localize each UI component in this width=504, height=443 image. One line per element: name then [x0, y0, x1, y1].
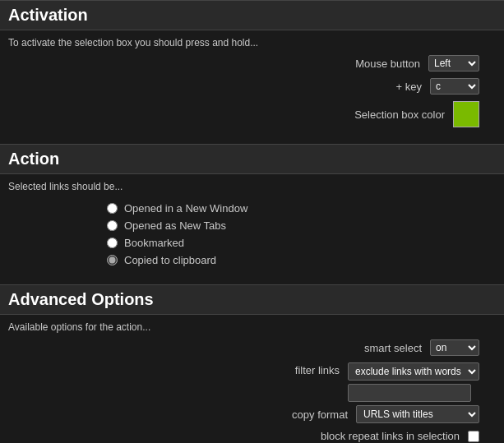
- radio-bookmarked: Bookmarked: [90, 237, 488, 249]
- advanced-header: Advanced Options: [0, 284, 504, 315]
- key-row: + key c none shift ctrl alt: [8, 78, 496, 95]
- filter-links-select[interactable]: exclude links with words include links w…: [348, 362, 479, 381]
- key-select[interactable]: c none shift ctrl alt: [430, 78, 479, 95]
- mouse-button-select[interactable]: Left Middle Right: [428, 55, 479, 72]
- smart-select-label: smart select: [290, 342, 422, 354]
- radio-clipboard-input[interactable]: [107, 255, 118, 265]
- advanced-section: Advanced Options Available options for t…: [0, 284, 504, 443]
- activation-header: Activation: [0, 0, 504, 30]
- copy-format-label: copy format: [216, 408, 348, 421]
- color-label: Selection box color: [313, 108, 445, 121]
- activation-info: To activate the selection box you should…: [8, 37, 496, 48]
- smart-select-row: smart select on off: [8, 339, 496, 356]
- mouse-button-row: Mouse button Left Middle Right: [8, 55, 496, 72]
- filter-links-input[interactable]: [348, 384, 471, 402]
- radio-new-tabs-label: Opened as New Tabs: [124, 219, 226, 232]
- mouse-button-label: Mouse button: [289, 58, 420, 70]
- radio-new-window-label: Opened in a New Window: [124, 202, 247, 215]
- action-header: Action: [0, 144, 504, 174]
- smart-select-select[interactable]: on off: [430, 339, 479, 356]
- filter-links-label: filter links: [208, 362, 340, 376]
- color-picker[interactable]: [453, 101, 479, 127]
- copy-format-row: copy format URLS with titles URLS only T…: [8, 405, 496, 423]
- radio-new-window: Opened in a New Window: [90, 202, 488, 215]
- color-row: Selection box color: [8, 101, 496, 127]
- radio-new-tabs: Opened as New Tabs: [90, 219, 488, 232]
- radio-clipboard-label: Copied to clipboard: [124, 254, 216, 266]
- radio-bookmarked-label: Bookmarked: [124, 237, 184, 249]
- copy-format-select[interactable]: URLS with titles URLS only Titles only: [356, 405, 479, 423]
- block-repeat-row: block repeat links in selection: [8, 430, 496, 442]
- block-repeat-label: block repeat links in selection: [270, 430, 460, 442]
- action-info: Selected links should be...: [8, 181, 496, 192]
- block-repeat-checkbox[interactable]: [468, 431, 479, 442]
- radio-bookmarked-input[interactable]: [107, 238, 118, 248]
- filter-links-controls: exclude links with words include links w…: [348, 362, 479, 402]
- radio-new-window-input[interactable]: [107, 203, 118, 214]
- action-section: Action Selected links should be... Opene…: [0, 144, 504, 284]
- filter-links-row: filter links exclude links with words in…: [8, 362, 496, 402]
- radio-clipboard: Copied to clipboard: [90, 254, 488, 266]
- advanced-info: Available options for the action...: [8, 321, 496, 333]
- radio-new-tabs-input[interactable]: [107, 220, 118, 231]
- key-label: + key: [290, 81, 422, 93]
- action-radio-group: Opened in a New Window Opened as New Tab…: [8, 199, 496, 275]
- activation-section: Activation To activate the selection box…: [0, 0, 504, 144]
